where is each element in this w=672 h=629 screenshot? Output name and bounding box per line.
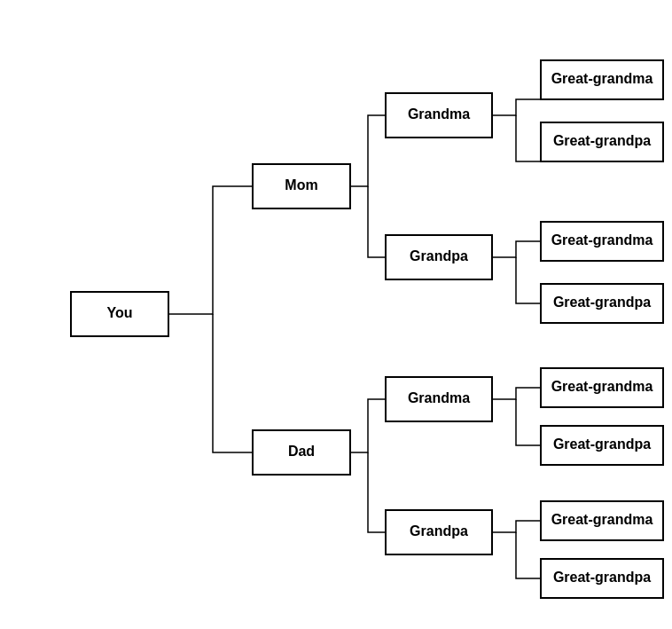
connector-dad-grandpa bbox=[368, 452, 386, 532]
connector-grandma-mom-gg2 bbox=[516, 115, 541, 161]
gg1-label: Great-grandma bbox=[551, 71, 653, 86]
you-label: You bbox=[106, 305, 132, 320]
mom-label: Mom bbox=[285, 177, 317, 193]
connector-dad-grandma bbox=[350, 399, 386, 452]
family-tree: You Mom Dad Grandma Grandpa Grandma Gran… bbox=[0, 0, 672, 629]
connector-grandma-mom-gg1 bbox=[492, 99, 541, 115]
connector-you-dad bbox=[213, 314, 253, 452]
connector-you-mom bbox=[168, 186, 253, 314]
connector-grandpa-mom-gg1 bbox=[492, 241, 541, 257]
grandpa-dad-label: Grandpa bbox=[410, 523, 468, 539]
gg7-label: Great-grandma bbox=[551, 512, 653, 527]
connector-mom-grandpa bbox=[368, 186, 386, 257]
dad-label: Dad bbox=[288, 444, 315, 459]
gg4-label: Great-grandpa bbox=[553, 295, 651, 310]
gg3-label: Great-grandma bbox=[551, 232, 653, 248]
connector-grandpa-dad-gg2 bbox=[516, 532, 541, 578]
connector-grandpa-mom-gg2 bbox=[516, 257, 541, 303]
grandma-dad-label: Grandma bbox=[408, 390, 470, 405]
connector-grandpa-dad-gg1 bbox=[492, 521, 541, 532]
gg2-label: Great-grandpa bbox=[553, 133, 651, 148]
gg6-label: Great-grandpa bbox=[553, 436, 651, 452]
connector-mom-grandma bbox=[350, 115, 386, 186]
connector-grandma-dad-gg2 bbox=[516, 399, 541, 445]
grandpa-mom-label: Grandpa bbox=[410, 248, 468, 263]
gg8-label: Great-grandpa bbox=[553, 570, 651, 585]
grandma-mom-label: Grandma bbox=[408, 106, 470, 122]
connector-grandma-dad-gg1 bbox=[492, 388, 541, 399]
gg5-label: Great-grandma bbox=[551, 379, 653, 394]
